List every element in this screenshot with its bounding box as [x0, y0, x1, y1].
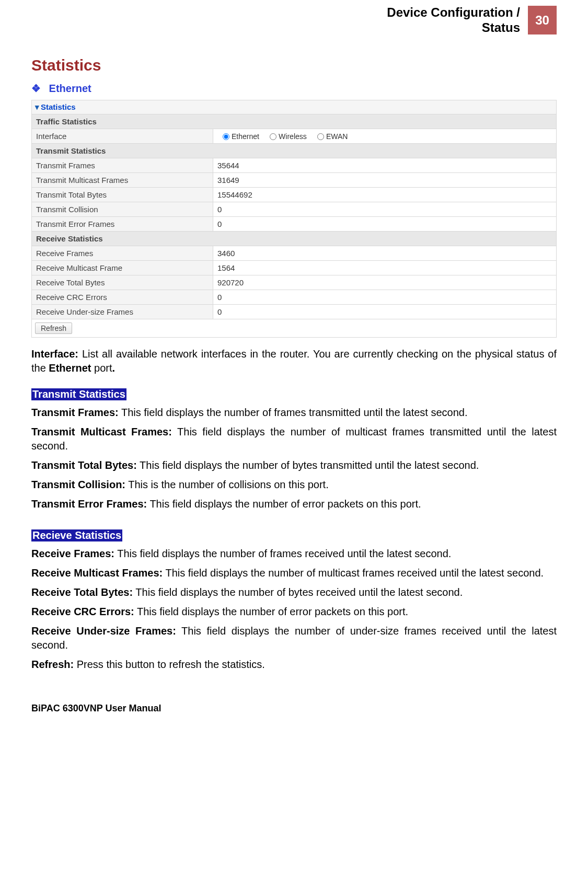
- field-def: Receive CRC Errors: This field displays …: [31, 605, 557, 619]
- field-def: Refresh: Press this button to refresh th…: [31, 658, 557, 672]
- subsection-label: Ethernet: [49, 83, 91, 94]
- field-def: Transmit Error Frames: This field displa…: [31, 497, 557, 511]
- interface-description: Interface: List all available network in…: [31, 347, 557, 375]
- panel-title: ▾Statistics: [31, 100, 557, 114]
- table-row: Transmit Error Frames0: [32, 216, 557, 231]
- field-def: Transmit Total Bytes: This field display…: [31, 458, 557, 472]
- table-row: Receive Frames3460: [32, 246, 557, 260]
- table-row: Transmit Total Bytes15544692: [32, 187, 557, 202]
- header-title-line2: Status: [482, 20, 520, 34]
- table-row: Receive Multicast Frame1564: [32, 260, 557, 275]
- table-row: Receive CRC Errors0: [32, 290, 557, 304]
- table-row: Transmit Multicast Frames31649: [32, 172, 557, 187]
- diamond-icon: ❖: [31, 83, 41, 94]
- subsection-ethernet: ❖ Ethernet: [31, 82, 557, 95]
- statistics-table: Traffic Statistics Interface Ethernet Wi…: [31, 114, 557, 338]
- receive-group-label: Recieve Statistics: [31, 529, 122, 541]
- footer: BiPAC 6300VNP User Manual: [31, 703, 557, 714]
- table-row: Receive Total Bytes920720: [32, 275, 557, 290]
- header-title: Device Configuration / Status: [387, 5, 520, 36]
- field-def: Transmit Multicast Frames: This field di…: [31, 425, 557, 453]
- interface-options: Ethernet Wireless EWAN: [213, 129, 557, 143]
- transmit-statistics-header: Transmit Statistics: [32, 143, 557, 158]
- triangle-down-icon: ▾: [35, 102, 39, 111]
- interface-label: Interface: [32, 129, 213, 143]
- radio-ewan[interactable]: [317, 133, 324, 140]
- field-def: Receive Multicast Frames: This field dis…: [31, 566, 557, 580]
- field-def: Receive Total Bytes: This field displays…: [31, 585, 557, 600]
- section-title: Statistics: [31, 56, 557, 74]
- radio-ethernet[interactable]: [223, 133, 229, 140]
- field-def: Transmit Frames: This field displays the…: [31, 406, 557, 420]
- table-row: Transmit Collision0: [32, 202, 557, 216]
- radio-ewan-label: EWAN: [326, 132, 348, 141]
- radio-ethernet-label: Ethernet: [232, 132, 259, 141]
- field-def: Receive Frames: This field displays the …: [31, 547, 557, 561]
- table-row: Receive Under-size Frames0: [32, 304, 557, 319]
- refresh-button[interactable]: Refresh: [35, 322, 72, 334]
- field-def: Transmit Collision: This is the number o…: [31, 478, 557, 492]
- header-title-line1: Device Configuration /: [387, 5, 520, 19]
- table-row: Transmit Frames35644: [32, 158, 557, 172]
- radio-wireless-label: Wireless: [279, 132, 307, 141]
- page-number-badge: 30: [528, 6, 557, 34]
- receive-statistics-header: Receive Statistics: [32, 231, 557, 246]
- page-header: Device Configuration / Status 30: [31, 5, 557, 36]
- radio-wireless[interactable]: [270, 133, 276, 140]
- field-def: Receive Under-size Frames: This field di…: [31, 624, 557, 652]
- panel-title-text: Statistics: [41, 102, 76, 111]
- traffic-statistics-header: Traffic Statistics: [32, 114, 557, 129]
- transmit-group-label: Transmit Statistics: [31, 388, 126, 400]
